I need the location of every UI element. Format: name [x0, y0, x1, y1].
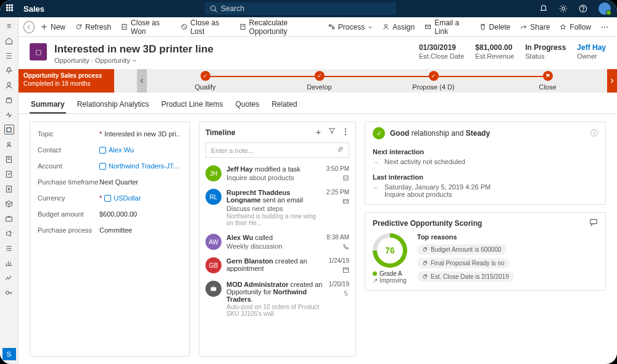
svg-line-1 — [215, 10, 217, 12]
svg-rect-32 — [343, 268, 348, 273]
quote-icon[interactable] — [4, 154, 14, 164]
account-icon[interactable] — [4, 95, 14, 105]
tab-related[interactable]: Related — [270, 96, 298, 114]
record-breadcrumb[interactable]: Opportunity · Opportunity — [54, 57, 213, 64]
list-icon[interactable] — [4, 243, 14, 253]
lead-icon[interactable] — [4, 139, 14, 149]
fields-card: Topic*Interested in new 3D pri.. Contact… — [30, 122, 190, 357]
contact-entity-icon — [99, 147, 106, 154]
case-icon[interactable] — [4, 213, 14, 223]
key-icon[interactable] — [4, 287, 14, 297]
svg-rect-30 — [344, 176, 348, 180]
svg-rect-34 — [211, 287, 217, 291]
titlebar: Sales Search — [0, 0, 617, 17]
new-button[interactable]: New — [37, 17, 69, 36]
overflow-button[interactable]: ⋯ — [597, 17, 612, 36]
reasons-title: Top reasons — [417, 233, 514, 241]
recalculate-button[interactable]: Recalculate Opportunity — [236, 17, 322, 36]
feedback-icon[interactable] — [589, 218, 598, 228]
process-button[interactable]: Process — [325, 17, 376, 36]
timeline-item[interactable]: JHJeff Hay modified a taskInquire about … — [199, 162, 355, 185]
campaign-icon[interactable] — [4, 228, 14, 238]
timeline-item[interactable]: RLRuprecht Thaddeus Longname sent an ema… — [199, 185, 355, 230]
bell-icon[interactable] — [539, 4, 548, 13]
timeline-more-button[interactable]: ⋮ — [342, 127, 349, 138]
svg-point-39 — [425, 248, 426, 249]
email-link-button[interactable]: Email a Link — [421, 17, 473, 36]
bpf-prev-button[interactable] — [137, 69, 147, 93]
field-contact[interactable]: ContactAlex Wu — [30, 142, 189, 158]
field-timeframe[interactable]: Purchase timeframeNext Quarter — [30, 174, 189, 190]
timeline-avatar — [205, 281, 222, 297]
next-interaction-row[interactable]: →Next activity not scheduled — [373, 158, 598, 166]
pin-icon[interactable] — [4, 65, 14, 75]
follow-button[interactable]: Follow — [556, 17, 595, 36]
reason-pill: Budget Amount is 600000 — [417, 244, 507, 255]
timeline-note-input[interactable]: Enter a note... — [205, 143, 349, 158]
field-budget[interactable]: Budget amount$600,000.00 — [30, 206, 189, 222]
menu-icon[interactable]: ≡ — [4, 21, 14, 31]
scoring-title: Predictive Opportunity Scoring — [373, 219, 482, 228]
timeline-title: Timeline — [205, 128, 235, 137]
gear-icon[interactable] — [559, 4, 568, 13]
share-button[interactable]: Share — [516, 17, 553, 36]
command-bar: New Refresh Close as Won Close as Lost R… — [19, 17, 617, 37]
reason-pill: Final Proposal Ready is no — [417, 258, 510, 268]
home-icon[interactable] — [4, 36, 14, 46]
field-topic[interactable]: Topic*Interested in new 3D pri.. — [30, 126, 189, 142]
dashboard-icon[interactable] — [4, 273, 14, 283]
record-header: ▢ Interested in new 3D printer line Oppo… — [19, 37, 617, 69]
stage-develop[interactable]: Develop — [262, 69, 376, 93]
relationship-summary: Good relationship and Steady — [390, 129, 490, 138]
close-lost-button[interactable]: Close as Lost — [177, 17, 233, 36]
delete-button[interactable]: Delete — [476, 17, 515, 36]
timeline-item[interactable]: AWAlex Wu calledWeekly discussion8:38 AM — [199, 230, 355, 254]
field-purchase-process[interactable]: Purchase processCommittee — [30, 222, 189, 238]
field-currency[interactable]: Currency*USDollar — [30, 190, 189, 206]
site-map-button[interactable]: S — [2, 348, 16, 360]
help-icon[interactable] — [579, 4, 587, 13]
stage-qualify[interactable]: Qualify — [148, 69, 262, 93]
timeline-item[interactable]: GBGern Blanston created an appointment1/… — [199, 254, 355, 277]
timeline-avatar: GB — [205, 257, 222, 273]
order-icon[interactable] — [4, 169, 14, 179]
tab-relationship-analytics[interactable]: Relationship Analytics — [76, 96, 151, 114]
bpf-next-button[interactable] — [607, 69, 617, 93]
chevron-down-icon — [132, 58, 137, 63]
tab-summary[interactable]: Summary — [30, 96, 66, 114]
stage-close[interactable]: Close — [491, 69, 605, 93]
app-launcher-icon[interactable] — [6, 4, 15, 13]
back-button[interactable] — [23, 21, 35, 33]
assign-button[interactable]: Assign — [379, 17, 418, 36]
svg-point-8 — [7, 142, 10, 144]
svg-rect-38 — [590, 220, 597, 224]
tab-quotes[interactable]: Quotes — [234, 96, 261, 114]
arrow-left-icon: ← — [373, 184, 379, 191]
timeline-filter-button[interactable] — [328, 127, 336, 138]
timeline-avatar: JH — [205, 165, 222, 181]
owner[interactable]: Jeff HayOwner — [577, 43, 606, 60]
timeline-add-button[interactable]: ＋ — [315, 127, 322, 138]
recent-icon[interactable] — [4, 51, 14, 60]
svg-rect-26 — [329, 25, 331, 27]
search-icon — [210, 5, 217, 12]
product-icon[interactable] — [4, 199, 14, 209]
global-search[interactable]: Search — [205, 2, 396, 15]
field-account[interactable]: AccountNorthwind Traders-JT... — [30, 158, 189, 174]
tab-product-line-items[interactable]: Product Line Items — [160, 96, 224, 114]
last-interaction-row[interactable]: ←Saturday, January 5, 2019 4:26 PMInquir… — [373, 183, 598, 198]
refresh-button[interactable]: Refresh — [72, 17, 115, 36]
attachment-icon[interactable] — [337, 146, 344, 154]
opportunity-icon[interactable] — [4, 125, 14, 134]
chart-icon[interactable] — [4, 258, 14, 268]
stage-propose[interactable]: Propose (4 D) — [376, 69, 491, 93]
activity-icon[interactable] — [4, 110, 14, 120]
info-icon[interactable]: ⓘ — [590, 128, 598, 139]
reason-pill: Est. Close Date is 2/15/2019 — [417, 271, 514, 282]
user-avatar[interactable] — [598, 2, 611, 15]
close-won-button[interactable]: Close as Won — [117, 17, 175, 36]
svg-point-40 — [425, 262, 426, 262]
contact-icon[interactable] — [4, 80, 14, 90]
timeline-item[interactable]: MOD Administrator created an Opportunity… — [199, 277, 355, 321]
invoice-icon[interactable] — [4, 184, 14, 194]
